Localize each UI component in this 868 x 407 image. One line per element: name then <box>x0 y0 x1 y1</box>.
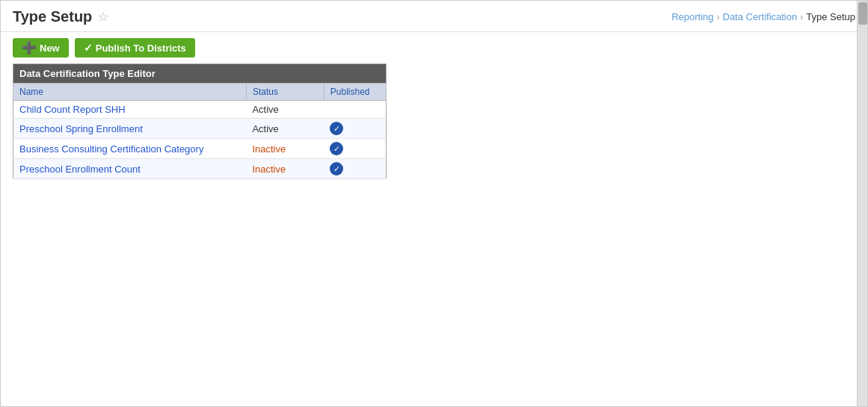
check-icon: ✓ <box>84 42 93 54</box>
published-check-icon: ✓ <box>330 122 343 135</box>
row-name-0[interactable]: Child Count Report SHH <box>13 101 247 119</box>
new-button-label: New <box>40 43 60 54</box>
breadcrumb-type-setup: Type Setup <box>806 11 855 22</box>
publish-to-districts-button[interactable]: ✓ Publish To Districts <box>75 38 195 58</box>
col-header-published: Published <box>324 84 386 101</box>
breadcrumb-reporting[interactable]: Reporting <box>671 11 713 22</box>
table-section: Data Certification Type Editor Name Stat… <box>1 63 867 191</box>
col-header-name: Name <box>13 84 247 101</box>
page-title-area: Type Setup ☆ <box>13 8 108 25</box>
page-title: Type Setup <box>13 8 92 25</box>
plus-icon: ➕ <box>22 42 37 54</box>
scrollbar[interactable] <box>857 1 867 406</box>
row-published-3[interactable]: ✓ <box>324 159 386 179</box>
breadcrumb-sep-2: › <box>800 12 803 22</box>
new-button[interactable]: ➕ New <box>13 38 69 58</box>
row-published-0 <box>324 101 386 119</box>
row-name-1[interactable]: Preschool Spring Enrollment <box>13 119 247 139</box>
row-status-2: Inactive <box>246 139 324 159</box>
row-status-1: Active <box>246 119 324 139</box>
table-row: Preschool Spring EnrollmentActive✓ <box>13 119 387 139</box>
page-header: Type Setup ☆ Reporting › Data Certificat… <box>1 1 867 32</box>
breadcrumb: Reporting › Data Certification › Type Se… <box>671 11 855 22</box>
published-check-icon: ✓ <box>330 162 343 175</box>
page-wrapper: Type Setup ☆ Reporting › Data Certificat… <box>0 0 868 407</box>
col-header-row: Name Status Published <box>13 84 387 101</box>
col-header-status: Status <box>246 84 324 101</box>
scrollbar-thumb <box>858 2 867 25</box>
row-status-0: Active <box>246 101 324 119</box>
table-section-header-row: Data Certification Type Editor <box>13 64 387 84</box>
toolbar: ➕ New ✓ Publish To Districts <box>1 32 867 63</box>
table-row: Child Count Report SHHActive <box>13 101 387 119</box>
favorite-icon[interactable]: ☆ <box>98 10 108 24</box>
publish-button-label: Publish To Districts <box>96 43 186 54</box>
table-row: Preschool Enrollment CountInactive✓ <box>13 159 387 179</box>
data-table: Data Certification Type Editor Name Stat… <box>13 63 387 179</box>
breadcrumb-data-certification[interactable]: Data Certification <box>723 11 798 22</box>
breadcrumb-sep-1: › <box>717 12 720 22</box>
row-status-3: Inactive <box>246 159 324 179</box>
row-published-1[interactable]: ✓ <box>324 119 386 139</box>
row-name-2[interactable]: Business Consulting Certification Catego… <box>13 139 247 159</box>
table-section-header: Data Certification Type Editor <box>13 64 387 84</box>
published-check-icon: ✓ <box>330 142 343 155</box>
row-published-2[interactable]: ✓ <box>324 139 386 159</box>
row-name-3[interactable]: Preschool Enrollment Count <box>13 159 247 179</box>
table-row: Business Consulting Certification Catego… <box>13 139 387 159</box>
